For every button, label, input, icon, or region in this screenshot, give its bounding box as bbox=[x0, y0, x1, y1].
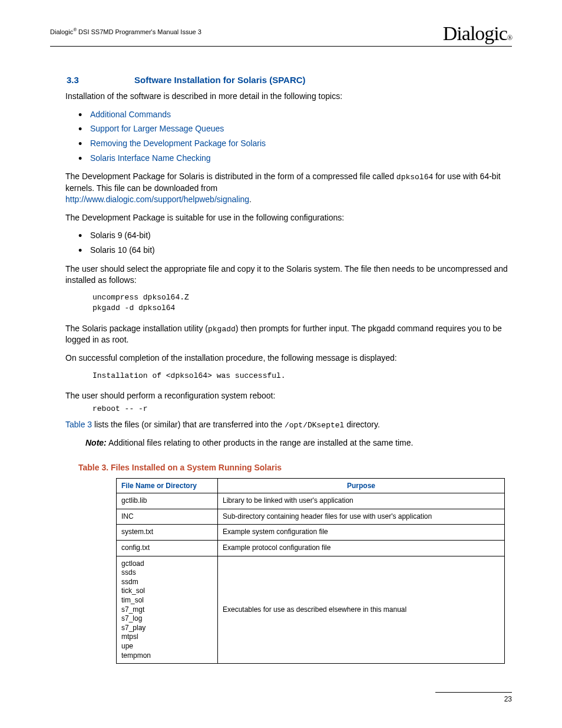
logo-text: Dialogic bbox=[443, 22, 507, 44]
inline-code: pkgadd bbox=[208, 325, 236, 334]
table-row: config.txt Example protocol configuratio… bbox=[117, 541, 505, 556]
list-item: Solaris 10 (64 bit) bbox=[78, 245, 512, 256]
page-header: Dialogic® DSI SS7MD Programmer's Manual … bbox=[50, 22, 512, 47]
topic-link[interactable]: Removing the Development Package for Sol… bbox=[90, 139, 266, 148]
list-item: Support for Larger Message Queues bbox=[78, 123, 512, 135]
file-name-cell: INC bbox=[117, 509, 218, 525]
page-number: 23 bbox=[504, 695, 512, 703]
purpose-cell: Executables for use as described elsewhe… bbox=[218, 556, 505, 664]
paragraph-reboot: The user should perform a reconfiguratio… bbox=[65, 390, 512, 401]
paragraph-pkgadd: The Solaris package installation utility… bbox=[65, 323, 512, 345]
doc-title: Dialogic® DSI SS7MD Programmer's Manual … bbox=[50, 22, 201, 35]
inline-code: /opt/DKseptel bbox=[285, 421, 344, 430]
page-footer: 23 bbox=[435, 692, 512, 703]
doc-title-rest: DSI SS7MD Programmer's Manual Issue 3 bbox=[77, 28, 201, 35]
file-name-cell: gctlib.lib bbox=[117, 493, 218, 509]
purpose-cell: Library to be linked with user's applica… bbox=[218, 493, 505, 509]
purpose-cell: Example protocol configuration file bbox=[218, 541, 505, 556]
dialogic-logo: Dialogic® bbox=[443, 22, 512, 45]
table-row: INC Sub-directory containing header file… bbox=[117, 509, 505, 525]
paragraph-table-ref: Table 3 lists the files (or similar) tha… bbox=[65, 419, 512, 431]
text: directory. bbox=[344, 420, 379, 429]
text: . bbox=[249, 195, 252, 204]
topic-link[interactable]: Solaris Interface Name Checking bbox=[90, 153, 211, 163]
table-header: Purpose bbox=[218, 479, 505, 493]
paragraph-install: The user should select the appropriate f… bbox=[65, 263, 512, 286]
file-name-cell: system.txt bbox=[117, 525, 218, 541]
list-item: Additional Commands bbox=[78, 109, 512, 121]
file-name-cell: gctload ssds ssdm tick_sol tim_sol s7_mg… bbox=[117, 556, 218, 664]
doc-title-prefix: Dialogic bbox=[50, 28, 73, 35]
table-row: gctlib.lib Library to be linked with use… bbox=[117, 493, 505, 509]
purpose-cell: Example system configuration file bbox=[218, 525, 505, 541]
code-block-reboot: reboot -- -r bbox=[92, 404, 512, 414]
list-item: Solaris 9 (64-bit) bbox=[78, 230, 512, 242]
topic-links-list: Additional Commands Support for Larger M… bbox=[78, 109, 512, 164]
file-name-cell: config.txt bbox=[117, 541, 218, 556]
configs-list: Solaris 9 (64-bit) Solaris 10 (64 bit) bbox=[78, 230, 512, 256]
paragraph-success: On successful completion of the installa… bbox=[65, 353, 512, 364]
files-table: File Name or Directory Purpose gctlib.li… bbox=[116, 478, 505, 664]
table-header: File Name or Directory bbox=[117, 479, 218, 493]
table-caption: Table 3. Files Installed on a System Run… bbox=[78, 463, 512, 472]
logo-reg: ® bbox=[507, 34, 512, 42]
inline-code: dpksol64 bbox=[396, 173, 433, 182]
download-link[interactable]: http://www.dialogic.com/support/helpweb/… bbox=[65, 195, 249, 204]
topic-link[interactable]: Support for Larger Message Queues bbox=[90, 124, 224, 133]
note: Note: Additional files relating to other… bbox=[85, 437, 512, 449]
text: lists the files (or similar) that are tr… bbox=[92, 420, 285, 429]
code-block-install: uncompress dpksol64.Z pkgadd -d dpksol64 bbox=[92, 292, 512, 313]
section-heading: 3.3 Software Installation for Solaris (S… bbox=[50, 75, 512, 85]
note-label: Note: bbox=[85, 438, 107, 447]
code-block-success: Installation of <dpksol64> was successfu… bbox=[92, 371, 512, 381]
section-number: 3.3 bbox=[50, 75, 134, 85]
note-text: Additional files relating to other produ… bbox=[107, 438, 414, 447]
table-row: system.txt Example system configuration … bbox=[117, 525, 505, 541]
text: The Development Package for Solaris is d… bbox=[65, 172, 396, 181]
table-ref-link[interactable]: Table 3 bbox=[65, 420, 92, 429]
paragraph-devpkg: The Development Package for Solaris is d… bbox=[65, 171, 512, 205]
list-item: Solaris Interface Name Checking bbox=[78, 153, 512, 164]
paragraph-configs: The Development Package is suitable for … bbox=[65, 212, 512, 223]
list-item: Removing the Development Package for Sol… bbox=[78, 138, 512, 150]
section-title: Software Installation for Solaris (SPARC… bbox=[134, 75, 306, 85]
purpose-cell: Sub-directory containing header files fo… bbox=[218, 509, 505, 525]
text: The Solaris package installation utility… bbox=[65, 324, 208, 333]
topic-link[interactable]: Additional Commands bbox=[90, 110, 171, 119]
intro-paragraph: Installation of the software is describe… bbox=[65, 91, 512, 102]
table-row: gctload ssds ssdm tick_sol tim_sol s7_mg… bbox=[117, 556, 505, 664]
table-header-row: File Name or Directory Purpose bbox=[117, 479, 505, 493]
